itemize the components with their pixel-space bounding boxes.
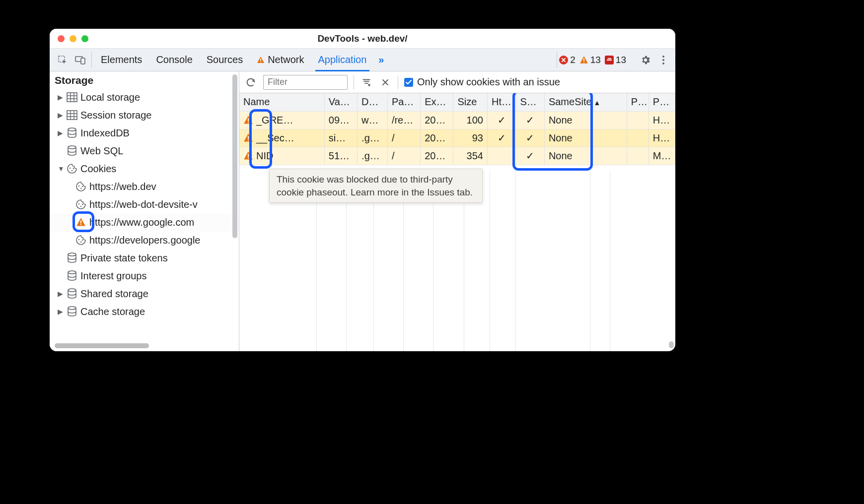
sidebar-horizontal-scrollbar[interactable] [55,343,149,348]
filter-input[interactable] [263,75,348,90]
cookie-cell: 20… [421,147,453,165]
tab-sources[interactable]: Sources [200,49,250,71]
sort-ascending-icon: ▲ [594,99,601,107]
cookie-origin-label: https://developers.google [89,235,201,246]
cookie-cell [627,147,648,165]
cookie-cell: ✓ [487,111,515,129]
status-group: 2 13 13 [559,49,675,71]
cookie-cell: __Sec… [239,129,324,147]
tree-item-interest-groups[interactable]: ▶Interest groups [50,267,239,285]
error-count[interactable]: 2 [559,55,576,65]
column-header[interactable]: SameSite▲ [544,93,627,111]
cookie-cell: None [544,111,627,129]
cookie-cell: M… [648,147,675,165]
svg-point-8 [662,56,664,58]
db-icon [67,145,77,156]
cookie-origin-item[interactable]: https://web-dot-devsite-v [50,195,239,213]
svg-point-38 [68,271,76,274]
column-header[interactable]: Pa… [387,93,420,111]
svg-point-21 [68,128,76,131]
zoom-window-button[interactable] [81,35,88,42]
cookie-cell: _GRE… [239,111,324,129]
cookie-origin-item[interactable]: https://web.dev [50,178,239,195]
tree-item-local-storage[interactable]: ▶Local storage [50,88,239,106]
cookie-origin-item[interactable]: https://www.google.com [50,213,239,231]
chevron-right-icon[interactable]: ▶ [58,290,64,298]
svg-point-26 [78,186,79,187]
grid-icon [67,110,77,121]
tab-console[interactable]: Console [149,49,199,71]
issue-count[interactable]: 13 [605,55,626,65]
column-header[interactable]: Ht… [487,93,515,111]
chevron-right-icon[interactable]: ▶ [58,93,64,101]
cookie-cell: ✓ [516,147,544,165]
chevron-down-icon[interactable]: ▼ [58,165,64,173]
tab-elements[interactable]: Elements [94,49,149,71]
clear-filter-icon[interactable] [360,76,373,89]
column-header[interactable]: Name [239,93,324,111]
more-tabs-button[interactable]: » [373,49,389,71]
devtools-window: DevTools - web.dev/ Elements Console Sou… [50,29,675,351]
cookie-row[interactable]: _GRE…09…w…/re…20…100✓✓NoneH… [239,111,675,129]
column-header[interactable]: Ex… [421,93,453,111]
minimize-window-button[interactable] [70,35,76,42]
refresh-icon[interactable] [244,76,257,89]
chevron-right-icon[interactable]: ▶ [58,308,64,315]
panel-vertical-scrollbar[interactable] [669,341,674,348]
column-header[interactable]: P… [627,93,648,111]
tree-item-session-storage[interactable]: ▶Session storage [50,106,239,124]
chevron-right-icon[interactable]: ▶ [58,111,64,119]
sidebar-vertical-scrollbar[interactable] [232,74,237,238]
only-issue-checkbox[interactable]: Only show cookies with an issue [404,76,560,88]
svg-rect-11 [67,93,77,102]
cookie-cell: ✓ [516,129,544,147]
svg-point-25 [73,168,74,169]
tree-item-cache-storage[interactable]: ▶Cache storage [50,303,239,320]
svg-point-35 [80,242,81,243]
svg-rect-6 [583,62,584,63]
cookie-origin-item[interactable]: https://developers.google [50,231,239,249]
svg-rect-42 [248,122,249,123]
warning-icon [579,56,588,64]
tree-item-private-state-tokens[interactable]: ▶Private state tokens [50,249,239,267]
column-header[interactable]: Va… [324,93,357,111]
db-icon [67,127,77,138]
cookie-cell [487,147,515,165]
tree-item-shared-storage[interactable]: ▶Shared storage [50,285,239,303]
cookies-table: NameVa…D…Pa…Ex…SizeHt…Se…SameSite▲P…P… _… [239,93,675,165]
tree-item-cookies[interactable]: ▼Cookies [50,160,239,178]
tree-item-indexeddb[interactable]: ▶IndexedDB [50,124,239,142]
svg-rect-45 [248,154,249,157]
cookie-cell: / [387,147,420,165]
column-header[interactable]: Se… [516,93,544,111]
window-controls [58,35,88,42]
chevron-right-icon[interactable]: ▶ [58,129,64,137]
grid-icon [67,92,77,103]
svg-point-31 [82,204,83,205]
svg-rect-43 [248,136,249,139]
device-toolbar-icon[interactable] [72,49,89,71]
column-header[interactable]: D… [358,93,388,111]
clear-all-icon[interactable] [379,76,392,89]
cookie-row[interactable]: __Sec…si….g…/20…93✓✓NoneH… [239,129,675,147]
tab-label: Sources [207,54,243,65]
cookie-icon [75,199,86,210]
cookie-cell: 51… [324,147,357,165]
tab-application[interactable]: Application [311,49,374,71]
inspect-element-icon[interactable] [54,49,72,71]
close-window-button[interactable] [58,35,65,42]
cookie-origin-label: https://web-dot-devsite-v [89,199,198,210]
settings-icon[interactable] [639,55,652,65]
column-header[interactable]: P… [648,93,675,111]
cookie-cell: 09… [324,111,357,129]
svg-rect-32 [80,220,81,223]
storage-heading: Storage [50,73,239,88]
more-options-icon[interactable] [656,55,670,65]
warning-count[interactable]: 13 [579,55,601,65]
tree-item-web-sql[interactable]: ▶Web SQL [50,142,239,160]
cookie-row[interactable]: NID51….g…/20…354✓NoneM… [239,147,675,165]
tab-network[interactable]: Network [250,49,311,71]
cookies-filterbar: Only show cookies with an issue [239,71,675,93]
column-header[interactable]: Size [453,93,488,111]
window-title: DevTools - web.dev/ [50,33,675,44]
